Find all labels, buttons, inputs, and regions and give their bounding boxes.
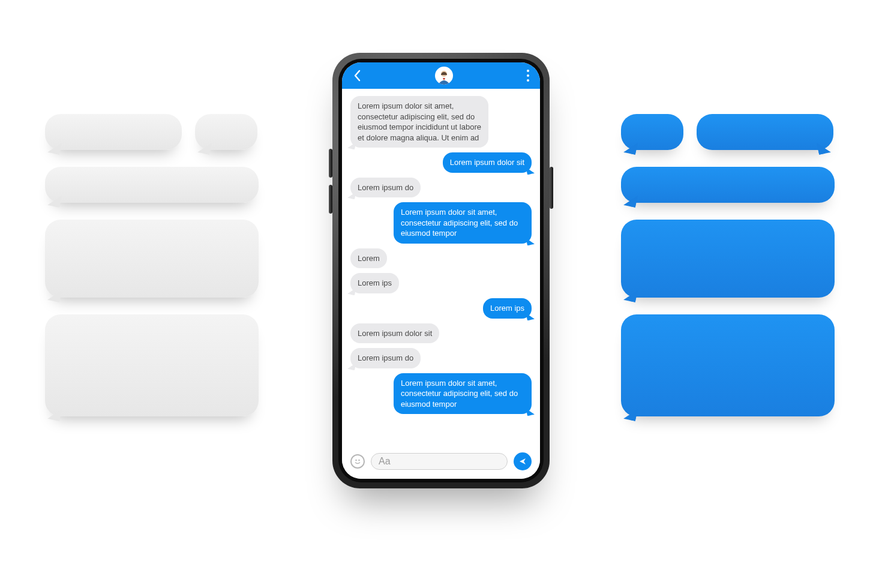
avatar[interactable] xyxy=(435,67,453,85)
message-row: Lorem ipsum dolor sit amet, consectetur … xyxy=(350,373,532,415)
blue-sample-bubble xyxy=(621,314,835,416)
blue-sample-bubble xyxy=(621,220,835,298)
svg-point-1 xyxy=(355,460,357,461)
sample-row xyxy=(621,220,837,298)
message-input[interactable]: Aa xyxy=(371,453,508,470)
message-row: Lorem ipsum dolor sit amet, consectetur … xyxy=(350,96,532,148)
sample-row xyxy=(621,167,837,203)
incoming-message-bubble[interactable]: Lorem ipsum do xyxy=(350,348,421,368)
grey-sample-bubble xyxy=(45,314,259,416)
outgoing-message-bubble[interactable]: Lorem ipsum dolor sit amet, consectetur … xyxy=(394,373,532,415)
message-row: Lorem xyxy=(350,248,532,269)
grey-sample-bubble xyxy=(195,114,257,150)
message-row: Lorem ipsum dolor sit xyxy=(350,152,532,173)
outgoing-message-bubble[interactable]: Lorem ipsum dolor sit xyxy=(443,152,532,173)
message-row: Lorem ipsum do xyxy=(350,178,532,198)
blue-sample-bubble xyxy=(621,167,835,203)
more-options-icon[interactable] xyxy=(527,70,529,82)
grey-sample-bubble xyxy=(45,114,182,150)
grey-bubble-samples xyxy=(45,114,261,433)
phone-frame: Lorem ipsum dolor sit amet, consectetur … xyxy=(332,53,550,488)
incoming-message-bubble[interactable]: Lorem ips xyxy=(350,273,399,293)
phone-volume-up xyxy=(329,149,332,178)
message-composer: Aa xyxy=(342,450,540,479)
message-row: Lorem ips xyxy=(350,273,532,293)
phone-power-button xyxy=(550,167,553,209)
incoming-message-bubble[interactable]: Lorem xyxy=(350,248,387,269)
phone-screen: Lorem ipsum dolor sit amet, consectetur … xyxy=(342,62,540,479)
outgoing-message-bubble[interactable]: Lorem ipsum dolor sit amet, consectetur … xyxy=(394,202,532,244)
sample-row xyxy=(45,114,261,150)
incoming-message-bubble[interactable]: Lorem ipsum dolor sit amet, consectetur … xyxy=(350,96,488,148)
send-button[interactable] xyxy=(514,452,532,470)
sample-row xyxy=(45,167,261,203)
svg-point-2 xyxy=(358,460,360,461)
message-row: Lorem ipsum dolor sit amet, consectetur … xyxy=(350,202,532,244)
emoji-icon[interactable] xyxy=(350,454,365,469)
grey-sample-bubble xyxy=(45,220,259,298)
blue-bubble-samples xyxy=(621,114,837,433)
message-row: Lorem ipsum do xyxy=(350,348,532,368)
blue-sample-bubble xyxy=(621,114,683,150)
message-row: Lorem ipsum dolor sit xyxy=(350,323,532,344)
sample-row xyxy=(45,220,261,298)
sample-row xyxy=(621,114,837,150)
back-icon[interactable] xyxy=(353,70,361,82)
sample-row xyxy=(45,314,261,416)
incoming-message-bubble[interactable]: Lorem ipsum do xyxy=(350,178,421,198)
conversation-thread[interactable]: Lorem ipsum dolor sit amet, consectetur … xyxy=(342,89,540,450)
grey-sample-bubble xyxy=(45,167,259,203)
blue-sample-bubble xyxy=(697,114,833,150)
chat-header xyxy=(342,62,540,89)
outgoing-message-bubble[interactable]: Lorem ips xyxy=(483,298,532,319)
incoming-message-bubble[interactable]: Lorem ipsum dolor sit xyxy=(350,323,439,344)
sample-row xyxy=(621,314,837,416)
phone-volume-down xyxy=(329,185,332,214)
message-row: Lorem ips xyxy=(350,298,532,319)
